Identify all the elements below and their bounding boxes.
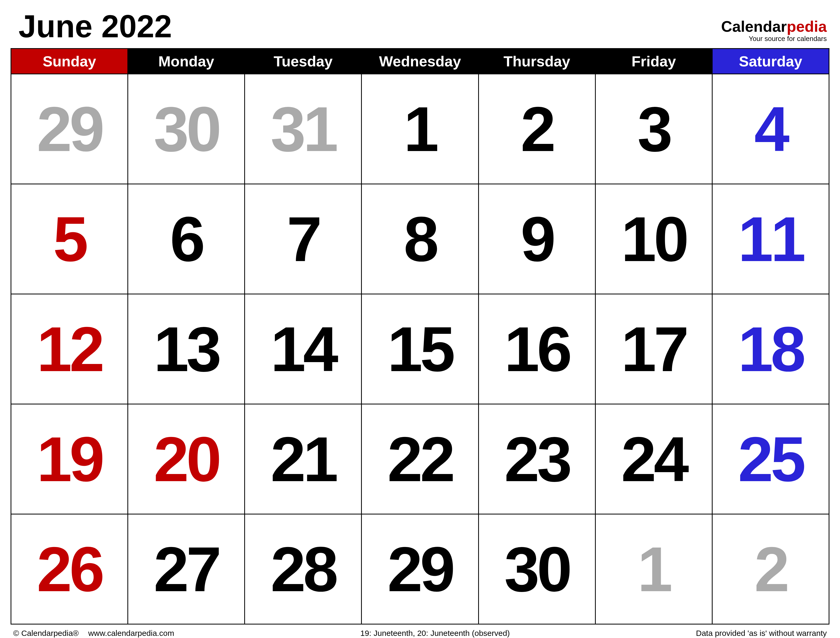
- calendar-day-cell: 14: [245, 294, 362, 404]
- calendar-day-cell: 31: [245, 74, 362, 184]
- calendar-day-cell: 15: [362, 294, 478, 404]
- calendar-day-cell: 9: [478, 184, 595, 294]
- calendar-day-cell: 2: [478, 74, 595, 184]
- calendar-table: Sunday Monday Tuesday Wednesday Thursday…: [11, 48, 829, 624]
- calendar-day-cell: 21: [245, 404, 362, 514]
- footer-holidays: 19: Juneteenth, 20: Juneteenth (observed…: [360, 629, 510, 638]
- calendar-day-cell: 30: [478, 514, 595, 624]
- calendar-day-cell: 17: [595, 294, 712, 404]
- calendar-day-cell: 19: [11, 404, 128, 514]
- calendar-day-cell: 8: [362, 184, 478, 294]
- brand-part2: pedia: [787, 18, 827, 35]
- brand: Calendarpedia Your source for calendars: [721, 19, 829, 44]
- brand-name: Calendarpedia: [721, 19, 827, 34]
- calendar-day-cell: 16: [478, 294, 595, 404]
- weekday-header-thursday: Thursday: [478, 49, 595, 74]
- calendar-week-row: 567891011: [11, 184, 829, 294]
- weekday-header-saturday: Saturday: [712, 49, 829, 74]
- calendar-day-cell: 30: [128, 74, 245, 184]
- calendar-day-cell: 25: [712, 404, 829, 514]
- calendar-week-row: 12131415161718: [11, 294, 829, 404]
- footer: © Calendarpedia® www.calendarpedia.com 1…: [11, 624, 829, 638]
- calendar-day-cell: 4: [712, 74, 829, 184]
- footer-url: www.calendarpedia.com: [88, 629, 174, 638]
- calendar-day-cell: 26: [11, 514, 128, 624]
- calendar-week-row: 2930311234: [11, 74, 829, 184]
- calendar-day-cell: 5: [11, 184, 128, 294]
- brand-part1: Calendar: [721, 18, 786, 35]
- calendar-day-cell: 13: [128, 294, 245, 404]
- calendar-day-cell: 7: [245, 184, 362, 294]
- calendar-day-cell: 6: [128, 184, 245, 294]
- weekday-header-friday: Friday: [595, 49, 712, 74]
- calendar-day-cell: 29: [11, 74, 128, 184]
- footer-copyright: © Calendarpedia®: [13, 629, 79, 638]
- weekday-header-row: Sunday Monday Tuesday Wednesday Thursday…: [11, 49, 829, 74]
- calendar-body: 2930311234567891011121314151617181920212…: [11, 74, 829, 624]
- page-title: June 2022: [19, 8, 172, 44]
- weekday-header-tuesday: Tuesday: [245, 49, 362, 74]
- calendar-day-cell: 10: [595, 184, 712, 294]
- calendar-day-cell: 27: [128, 514, 245, 624]
- calendar-day-cell: 28: [245, 514, 362, 624]
- header: June 2022 Calendarpedia Your source for …: [11, 8, 829, 48]
- weekday-header-wednesday: Wednesday: [362, 49, 478, 74]
- calendar-day-cell: 1: [595, 514, 712, 624]
- calendar-week-row: 262728293012: [11, 514, 829, 624]
- calendar-day-cell: 11: [712, 184, 829, 294]
- calendar-day-cell: 29: [362, 514, 478, 624]
- weekday-header-monday: Monday: [128, 49, 245, 74]
- calendar-day-cell: 18: [712, 294, 829, 404]
- calendar-day-cell: 1: [362, 74, 478, 184]
- brand-tagline: Your source for calendars: [721, 35, 827, 43]
- calendar-day-cell: 3: [595, 74, 712, 184]
- calendar-day-cell: 22: [362, 404, 478, 514]
- footer-disclaimer: Data provided 'as is' without warranty: [696, 629, 827, 638]
- calendar-day-cell: 24: [595, 404, 712, 514]
- weekday-header-sunday: Sunday: [11, 49, 128, 74]
- calendar-day-cell: 20: [128, 404, 245, 514]
- calendar-day-cell: 2: [712, 514, 829, 624]
- calendar-day-cell: 12: [11, 294, 128, 404]
- footer-left: © Calendarpedia® www.calendarpedia.com: [13, 629, 174, 638]
- calendar-day-cell: 23: [478, 404, 595, 514]
- calendar-week-row: 19202122232425: [11, 404, 829, 514]
